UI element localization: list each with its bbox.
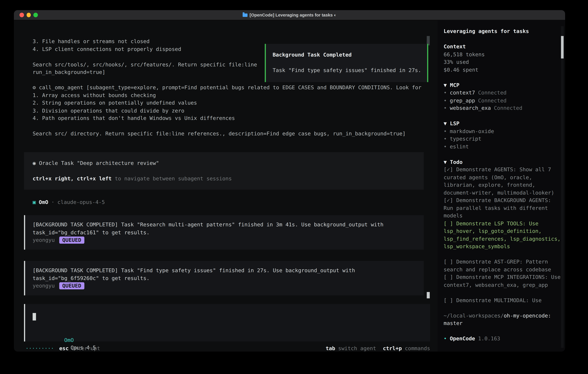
tab-key-hint: tab — [326, 344, 335, 352]
titlebar[interactable]: [OpenCode] Leveraging agents for tasks ◐ — [14, 10, 565, 20]
ctrlp-key-hint: ctrl+p — [383, 344, 402, 352]
spinner-dots: ········· — [25, 344, 54, 352]
terminal-line: 4. Path operations that don't handle Win… — [32, 114, 426, 122]
context-used: 33% used — [444, 58, 561, 66]
minimize-window-button[interactable] — [26, 13, 31, 17]
context-section-header: Context — [444, 43, 561, 50]
terminal-line: Search src/ directory. Return specific f… — [32, 130, 426, 137]
message-text: [BACKGROUND TASK COMPLETED] Task "Resear… — [32, 221, 424, 229]
sidebar: Leveraging agents for tasks Context 66,5… — [438, 20, 565, 352]
terminal-line — [32, 122, 426, 130]
agent-icon: ▣ — [32, 198, 36, 206]
terminal-window: [OpenCode] Leveraging agents for tasks ◐… — [14, 10, 565, 352]
message-author: yeongyu — [32, 236, 55, 244]
lsp-item: •typescript — [444, 135, 561, 143]
todo-item: [ ] Demonstrate AST-GREP: Pattern search… — [444, 258, 561, 273]
todo-item: [ ] Demonstrate MCP INTEGRATIONS: Use co… — [444, 273, 561, 289]
agent-name: OmO — [39, 198, 48, 206]
context-tokens: 66,518 tokens — [444, 51, 561, 58]
bullet-icon: • — [444, 335, 447, 342]
tab-key-label: switch agent — [338, 344, 376, 352]
todo-section-header[interactable]: ▼ Todo — [444, 158, 561, 166]
mcp-item: •grep_appConnected — [444, 96, 561, 104]
folder-icon — [242, 13, 247, 17]
ctrlp-key-label: commands — [405, 344, 430, 352]
message-text: task_id="bg_6f59260c" to get results. — [32, 274, 424, 282]
oracle-task-title: ◉ Oracle Task "Deep architecture review" — [32, 159, 424, 167]
zoom-window-button[interactable] — [33, 13, 38, 17]
esc-key-label: interrupt — [72, 344, 100, 352]
queued-message: [BACKGROUND TASK COMPLETED] Task "Resear… — [24, 215, 424, 249]
bullet-icon: • — [444, 105, 447, 111]
lsp-section-header[interactable]: ▼ LSP — [444, 120, 561, 127]
app-version-footer: •OpenCode1.0.163 — [444, 335, 561, 342]
esc-key-hint: esc — [59, 344, 69, 352]
screen: [OpenCode] Leveraging agents for tasks ◐… — [0, 0, 588, 374]
terminal-line: 3. Division operations that could divide… — [32, 107, 426, 114]
terminal-line: 2. String operations on potentially unde… — [32, 99, 426, 107]
agent-model: claude-opus-4-5 — [57, 198, 105, 206]
status-bar-right: tab switch agent ctrl+p commands — [326, 344, 430, 352]
message-text: [BACKGROUND TASK COMPLETED] Task "Find t… — [32, 267, 424, 274]
message-text: task_id="bg_dcfac161" to get results. — [32, 229, 424, 236]
input-footer: OmO Opus 4.5 Anthropic — [32, 328, 99, 336]
workspace-path: ~/local-workspaces/oh-my-opencode: — [444, 312, 561, 319]
bullet-icon: • — [444, 143, 447, 149]
scrollbar-thumb[interactable] — [427, 292, 430, 298]
traffic-lights — [20, 13, 38, 17]
input-agent-name: OmO — [64, 337, 74, 343]
bullet-icon: • — [444, 90, 447, 95]
notification-body: Task "Find type safety issues" finished … — [273, 66, 427, 74]
workspace-branch: master — [444, 319, 561, 327]
bullet-icon: • — [444, 136, 447, 142]
close-window-button[interactable] — [20, 13, 24, 17]
oracle-icon: ◉ — [32, 160, 36, 166]
queued-message: [BACKGROUND TASK COMPLETED] Task "Find t… — [24, 261, 424, 295]
todo-item: [✓] Demonstrate BACKGROUND AGENTS: Run p… — [444, 197, 561, 219]
todo-item: [✓] Demonstrate AGENTS: Show all 7 curat… — [444, 166, 561, 197]
context-spent: $0.46 spent — [444, 66, 561, 73]
message-author: yeongyu — [32, 282, 55, 290]
window-title: [OpenCode] Leveraging agents for tasks ◐ — [242, 13, 336, 17]
queued-badge: QUEUED — [59, 237, 84, 244]
todo-item-active: [ ] Demonstrate LSP TOOLS: Use lsp_hover… — [444, 219, 561, 250]
mcp-item: •websearch_exaConnected — [444, 104, 561, 112]
sidebar-scrollbar[interactable] — [561, 26, 564, 348]
tool-call-line: ⚙ call_omo_agent [subagent_type=explore,… — [32, 83, 426, 91]
text-cursor — [32, 313, 36, 321]
window-title-text: [OpenCode] Leveraging agents for tasks ◐ — [250, 13, 336, 17]
oracle-task-panel: ◉ Oracle Task "Deep architecture review"… — [24, 152, 424, 190]
agent-separator: · — [51, 198, 54, 206]
agent-header: ▣ OmO · claude-opus-4-5 — [32, 198, 105, 206]
mcp-section-header[interactable]: ▼ MCP — [444, 81, 561, 89]
lsp-item: •markdown-oxide — [444, 127, 561, 135]
terminal-line: 1. Array access without bounds checking — [32, 91, 426, 99]
bullet-icon: • — [444, 97, 447, 103]
mcp-item: •context7Connected — [444, 89, 561, 96]
scrollbar-thumb[interactable] — [561, 36, 564, 59]
session-title: Leveraging agents for tasks — [444, 27, 561, 35]
background-task-notification: Background Task Completed Task "Find typ… — [265, 44, 428, 82]
oracle-navigation-hint: ctrl+x right, ctrl+x left to navigate be… — [32, 175, 424, 182]
prompt-input[interactable]: OmO Opus 4.5 Anthropic — [24, 304, 430, 342]
bullet-icon: • — [444, 128, 447, 134]
queued-badge: QUEUED — [59, 282, 84, 289]
notification-title: Background Task Completed — [273, 51, 427, 59]
conversation-pane: 3. File handles or streams not closed 4.… — [14, 20, 430, 352]
lsp-item: •eslint — [444, 143, 561, 150]
status-bar: ········· esc interrupt tab switch agent… — [25, 344, 430, 352]
todo-item: [ ] Demonstrate MULTIMODAL: Use — [444, 296, 561, 304]
